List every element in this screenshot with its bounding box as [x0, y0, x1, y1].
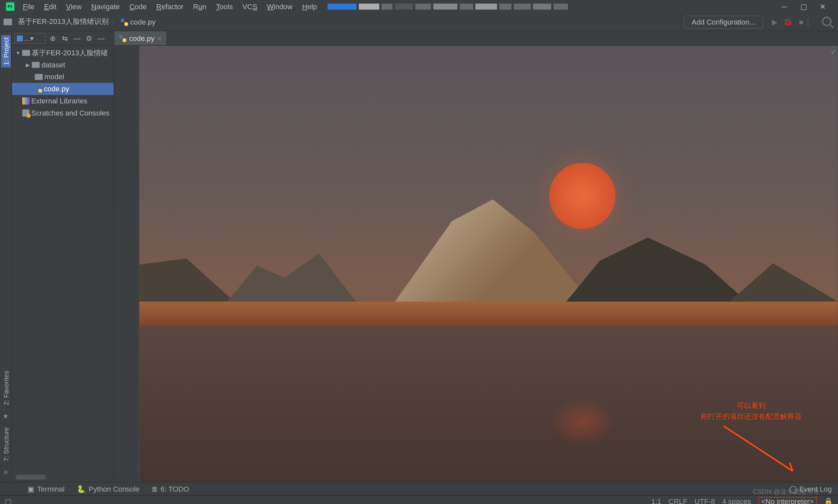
tree-scratches[interactable]: Scratches and Consoles: [12, 107, 113, 119]
menu-vcs[interactable]: VCS: [238, 1, 262, 12]
collapse-icon[interactable]: —: [72, 34, 82, 42]
left-tool-rail: 1: Project 2: Favorites ★ 7: Structure ≡: [0, 31, 12, 482]
project-tree: ▼ 基于FER-2013人脸情绪 ▶ dataset model code.py: [12, 46, 113, 475]
terminal-label: Terminal: [37, 485, 65, 493]
scratches-icon: [22, 109, 30, 116]
window-maximize-button[interactable]: ▢: [796, 1, 812, 13]
terminal-tab[interactable]: ▣ Terminal: [28, 485, 65, 493]
tree-root-label: 基于FER-2013人脸情绪: [32, 48, 108, 58]
run-icon[interactable]: ▶: [768, 15, 781, 29]
status-bar: ▢ 1:1 CRLF UTF-8 4 spaces <No interprete…: [0, 495, 838, 504]
libraries-icon: [22, 97, 30, 104]
tree-codepy-label: code.py: [44, 85, 69, 93]
chevron-down-icon: ▼: [16, 50, 21, 56]
search-icon[interactable]: [821, 15, 834, 29]
tree-model-label: model: [44, 73, 64, 81]
settings-icon[interactable]: ⚙: [84, 34, 94, 42]
status-encoding[interactable]: UTF-8: [695, 497, 715, 504]
window-minimize-button[interactable]: ─: [777, 1, 792, 13]
star-icon: ★: [3, 412, 8, 420]
svg-line-1: [830, 24, 834, 28]
tree-dataset-label: dataset: [41, 60, 65, 69]
tree-codepy[interactable]: code.py: [12, 83, 113, 95]
python-console-tab[interactable]: 🐍 Python Console: [76, 485, 140, 493]
python-console-label: Python Console: [89, 485, 140, 493]
annotation-line2: 刚打开的项目还没有配置解释器: [701, 411, 802, 422]
menu-edit[interactable]: Edit: [39, 1, 61, 12]
breadcrumb-sep: 〉: [111, 17, 118, 27]
project-tool-window: ...▾ ⊕ ⇆ — ⚙ — ▼ 基于FER-2013人脸情绪 ▶ datase…: [12, 31, 114, 482]
status-panel-icon[interactable]: ▢: [5, 497, 12, 504]
editor-marker-bar: ✔: [831, 46, 838, 482]
structure-icon: ≡: [4, 469, 8, 476]
menu-help[interactable]: Help: [297, 1, 322, 12]
rail-tab-project[interactable]: 1: Project: [1, 35, 11, 68]
chevron-right-icon: ▶: [25, 62, 30, 68]
breadcrumb-project[interactable]: 基于FER-2013人脸情绪识别: [18, 17, 109, 27]
todo-tab[interactable]: ≣ 6: TODO: [151, 485, 189, 493]
rail-tab-favorites[interactable]: 2: Favorites: [2, 371, 9, 405]
editor-area: code.py × ✔: [114, 31, 838, 482]
editor-gutter: [114, 46, 140, 482]
menu-file[interactable]: File: [18, 1, 39, 12]
todo-label: 6: TODO: [160, 485, 189, 493]
annotation-line1: 可以看到: [701, 400, 802, 411]
status-position[interactable]: 1:1: [651, 497, 661, 504]
menu-window[interactable]: Window: [262, 1, 298, 12]
annotation-text: 可以看到 刚打开的项目还没有配置解释器: [701, 400, 802, 422]
hide-icon[interactable]: —: [96, 34, 106, 42]
project-view-selector[interactable]: ...▾: [14, 33, 46, 43]
tree-scratches-label: Scratches and Consoles: [31, 109, 109, 117]
watermark: CSDN @这个我敢可等: [753, 487, 820, 497]
python-file-icon: [35, 86, 42, 93]
horizontal-scrollbar[interactable]: [16, 474, 46, 480]
menu-bar: File Edit View Navigate Code Refactor Ru…: [0, 0, 838, 13]
checkmark-icon: ✔: [831, 48, 836, 57]
todo-icon: ≣: [151, 485, 158, 493]
menu-view[interactable]: View: [61, 1, 86, 12]
bottom-tool-bar: ▣ Terminal 🐍 Python Console ≣ 6: TODO ◯ …: [0, 482, 838, 495]
breadcrumb-file[interactable]: code.py: [121, 18, 156, 26]
rail-tab-structure[interactable]: 7: Structure: [2, 428, 9, 462]
folder-icon: [32, 62, 40, 68]
add-configuration-button[interactable]: Add Configuration...: [684, 15, 763, 29]
app-icon: [6, 2, 14, 11]
tree-dataset[interactable]: ▶ dataset: [12, 59, 113, 71]
menu-code[interactable]: Code: [125, 1, 151, 12]
tree-root[interactable]: ▼ 基于FER-2013人脸情绪: [12, 47, 113, 59]
stop-icon[interactable]: ■: [795, 15, 807, 29]
debug-icon[interactable]: 🐞: [781, 15, 795, 29]
editor-content[interactable]: ✔ 可以看到 刚打开的项目还没有配置解释器: [114, 46, 838, 482]
folder-icon: [4, 19, 12, 25]
svg-point-0: [823, 17, 831, 25]
status-lock-icon[interactable]: 🔒: [824, 497, 833, 504]
editor-tab-label: code.py: [129, 34, 155, 42]
python-icon: 🐍: [76, 485, 86, 493]
nav-bar: 基于FER-2013人脸情绪识别 〉 code.py Add Configura…: [0, 13, 838, 31]
tree-model[interactable]: model: [12, 71, 113, 83]
status-interpreter[interactable]: <No interpreter>: [758, 497, 817, 504]
project-view-selector-label: ...▾: [24, 34, 33, 42]
editor-tab-codepy[interactable]: code.py ×: [114, 31, 167, 45]
status-lineending[interactable]: CRLF: [668, 497, 688, 504]
terminal-icon: ▣: [28, 485, 34, 493]
breadcrumb: 基于FER-2013人脸情绪识别 〉 code.py: [4, 17, 156, 27]
title-censored: [328, 2, 770, 11]
menu-navigate[interactable]: Navigate: [86, 1, 124, 12]
folder-icon: [35, 74, 42, 80]
editor-tab-bar: code.py ×: [114, 31, 838, 46]
menu-run[interactable]: Run: [188, 1, 211, 12]
tree-external-libraries[interactable]: External Libraries: [12, 95, 113, 107]
close-icon[interactable]: ×: [158, 34, 162, 42]
menu-refactor[interactable]: Refactor: [151, 1, 189, 12]
expand-icon[interactable]: ⇆: [60, 34, 70, 42]
folder-icon: [22, 50, 30, 56]
breadcrumb-file-label: code.py: [130, 18, 156, 26]
python-file-icon: [121, 18, 128, 25]
window-close-button[interactable]: ✕: [815, 1, 831, 13]
annotation-arrow: [717, 423, 802, 477]
project-panel-header: ...▾ ⊕ ⇆ — ⚙ —: [12, 31, 113, 46]
status-indent[interactable]: 4 spaces: [722, 497, 751, 504]
menu-tools[interactable]: Tools: [211, 1, 238, 12]
locate-icon[interactable]: ⊕: [48, 34, 58, 42]
